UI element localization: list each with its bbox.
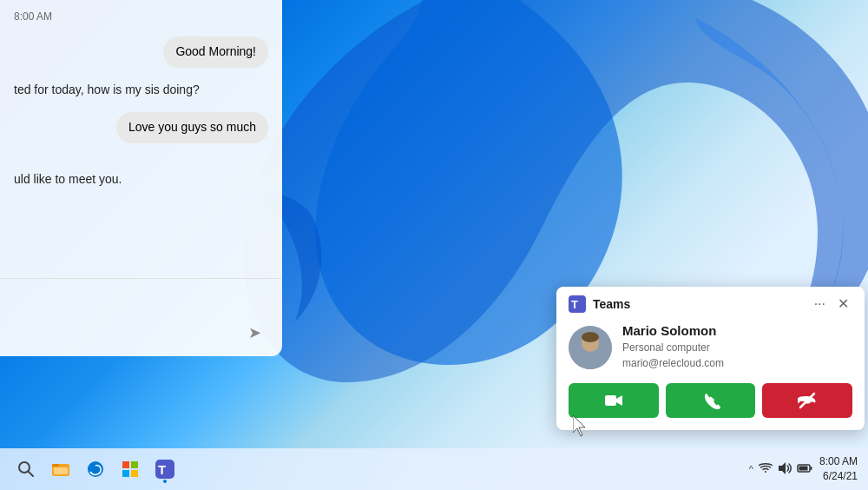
teams-taskbar-icon: T xyxy=(155,460,174,479)
svg-text:T: T xyxy=(158,462,166,477)
taskbar-right: ^ xyxy=(749,454,858,484)
svg-text:T: T xyxy=(571,298,578,311)
wifi-signal-icon xyxy=(759,462,773,474)
svg-point-5 xyxy=(582,332,599,342)
svg-rect-12 xyxy=(54,467,68,474)
caller-subtitle: Personal computer mario@relecloud.com xyxy=(622,340,852,371)
svg-rect-23 xyxy=(810,467,812,470)
clock-time: 8:00 AM xyxy=(819,454,858,469)
chat-time: 8:00 AM xyxy=(0,0,282,30)
systray-icons: ^ xyxy=(749,461,812,478)
decline-call-button[interactable] xyxy=(762,383,852,418)
send-button[interactable]: ➤ xyxy=(241,320,268,346)
system-clock[interactable]: 8:00 AM 6/24/21 xyxy=(819,454,858,484)
svg-marker-20 xyxy=(779,462,786,474)
battery-level-icon xyxy=(797,463,812,473)
notification-actions xyxy=(556,383,865,430)
caller-name: Mario Solomon xyxy=(622,323,852,338)
svg-rect-22 xyxy=(799,467,807,471)
clock-date: 6/24/21 xyxy=(819,469,858,484)
notification-controls: ··· ✕ xyxy=(811,295,852,313)
message-bubble-3: Love you guys so much xyxy=(116,112,268,143)
notification-app-name: Teams xyxy=(593,297,804,311)
more-options-button[interactable]: ··· xyxy=(811,295,829,313)
volume-icon xyxy=(778,461,792,475)
notification-body: Mario Solomon Personal computer mario@re… xyxy=(556,318,865,383)
video-call-button[interactable] xyxy=(569,383,659,418)
caller-email: mario@relecloud.com xyxy=(622,357,724,369)
message-container-3: Love you guys so much xyxy=(14,112,268,143)
message-container-4: uld like to meet you. xyxy=(14,164,268,195)
message-bubble-1: Good Morning! xyxy=(163,36,268,68)
taskbar: T ^ xyxy=(0,448,868,490)
message-container-1: Good Morning! xyxy=(14,36,268,68)
wifi-icon xyxy=(759,462,773,477)
chat-input[interactable] xyxy=(14,318,241,346)
caller-info: Mario Solomon Personal computer mario@re… xyxy=(622,323,852,371)
file-explorer-icon xyxy=(51,460,70,479)
caller-device: Personal computer xyxy=(622,341,710,354)
windows-store-icon xyxy=(121,460,140,479)
svg-rect-6 xyxy=(605,395,616,406)
video-icon xyxy=(604,391,623,410)
avatar-image xyxy=(569,326,612,369)
close-notification-button[interactable]: ✕ xyxy=(834,295,852,313)
svg-rect-14 xyxy=(122,461,129,468)
taskbar-search[interactable] xyxy=(10,454,42,485)
decline-phone-icon xyxy=(798,391,817,410)
battery-icon xyxy=(797,462,812,476)
taskbar-teams[interactable]: T xyxy=(149,454,181,485)
svg-rect-16 xyxy=(122,470,129,477)
chat-input-area[interactable]: ➤ xyxy=(0,278,282,356)
teams-notification: T Teams ··· ✕ Mario Solomon Personal com… xyxy=(556,287,865,430)
svg-rect-17 xyxy=(131,470,138,477)
taskbar-icons: T xyxy=(10,454,181,485)
message-container-2: ted for today, how is my sis doing? xyxy=(14,75,268,106)
chat-messages: Good Morning! ted for today, how is my s… xyxy=(0,30,282,278)
systray-chevron[interactable]: ^ xyxy=(749,464,753,474)
chat-panel: 8:00 AM Good Morning! ted for today, how… xyxy=(0,0,282,356)
notification-header: T Teams ··· ✕ xyxy=(556,287,865,318)
teams-logo-icon: T xyxy=(569,295,586,313)
audio-call-button[interactable] xyxy=(666,383,756,418)
taskbar-file-explorer[interactable] xyxy=(45,454,76,485)
message-bubble-2: ted for today, how is my sis doing? xyxy=(14,75,212,106)
taskbar-windows-store[interactable] xyxy=(115,454,146,485)
svg-rect-15 xyxy=(131,461,138,468)
edge-icon xyxy=(86,460,105,479)
message-bubble-4: uld like to meet you. xyxy=(14,164,135,195)
caller-avatar xyxy=(569,326,612,369)
taskbar-edge[interactable] xyxy=(80,454,111,485)
phone-icon xyxy=(701,391,720,410)
search-icon xyxy=(17,460,35,478)
svg-rect-11 xyxy=(52,464,59,467)
svg-line-9 xyxy=(29,472,34,477)
sound-icon xyxy=(778,461,792,478)
